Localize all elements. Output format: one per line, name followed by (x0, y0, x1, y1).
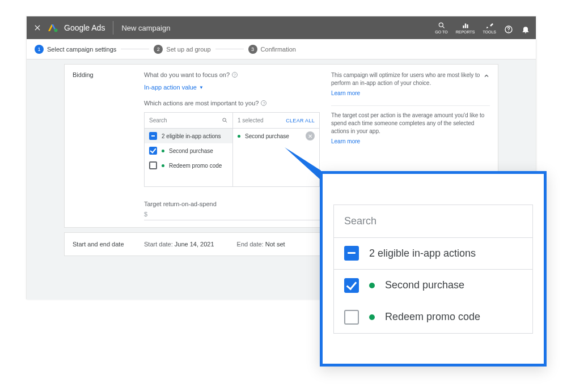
dates-section-title: Start and end date (73, 241, 133, 248)
info-target-cpa: The target cost per action is the averag… (331, 112, 490, 135)
zoom-row-redeem-promo[interactable]: Redeem promo code (334, 301, 532, 333)
svg-point-4 (54, 29, 58, 32)
collapse-icon[interactable] (483, 71, 490, 82)
top-bar: Google Ads New campaign GO TO REPORTS TO… (27, 16, 536, 39)
svg-rect-9 (467, 24, 468, 28)
selected-count: 1 selected (238, 117, 264, 123)
selected-action-row: Second purchase ✕ (233, 129, 319, 143)
checkbox-indeterminate[interactable] (149, 132, 157, 140)
info-optimize: This campaign will optimize for users wh… (331, 71, 490, 87)
status-dot-icon (369, 283, 375, 288)
help-icon[interactable] (504, 25, 513, 34)
step-separator (121, 49, 149, 49)
end-date: End date: Not set (237, 241, 285, 248)
divider (331, 105, 490, 106)
svg-rect-8 (464, 24, 466, 28)
start-date: Start date: June 14, 2021 (144, 241, 214, 248)
focus-question: What do you want to focus on? (144, 71, 230, 78)
svg-line-6 (442, 26, 444, 28)
step-campaign-settings[interactable]: 1Select campaign settings (35, 45, 116, 54)
search-icon (222, 117, 228, 123)
brand-title: Google Ads (64, 23, 105, 32)
search-tool[interactable]: GO TO (435, 22, 447, 34)
svg-point-11 (508, 31, 509, 32)
actions-picker: Search 1 selected CLEAR ALL (144, 112, 320, 187)
goto-label: GO TO (435, 30, 447, 34)
reports-label: REPORTS (456, 30, 475, 34)
zoom-row-second-purchase[interactable]: Second purchase (334, 270, 532, 301)
step-separator (215, 49, 244, 49)
checkbox-checked[interactable] (149, 147, 157, 155)
picker-search-header[interactable]: Search (145, 113, 233, 128)
zoom-eligible-header[interactable]: 2 eligible in-app actions (334, 238, 532, 270)
step-ad-group[interactable]: 2Set up ad group (154, 45, 210, 54)
checkbox-unchecked[interactable] (149, 161, 157, 169)
learn-more-link[interactable]: Learn more (331, 138, 360, 144)
google-ads-logo-icon (48, 23, 58, 33)
checkbox-checked[interactable] (344, 278, 359, 293)
page-subtitle: New campaign (121, 24, 170, 32)
target-roas-label: Target return-on-ad-spend (144, 201, 320, 207)
svg-point-5 (439, 23, 443, 27)
eligible-actions-header[interactable]: 2 eligible in-app actions (145, 129, 232, 143)
help-icon[interactable]: ? (232, 72, 238, 78)
help-icon[interactable]: ? (261, 100, 266, 106)
learn-more-link[interactable]: Learn more (331, 90, 360, 96)
action-row-redeem-promo[interactable]: Redeem promo code (145, 158, 232, 173)
zoom-search-header[interactable]: Search (334, 205, 532, 238)
clear-all-button[interactable]: CLEAR ALL (286, 118, 315, 123)
action-row-second-purchase[interactable]: Second purchase (145, 143, 232, 158)
tools-tool[interactable]: TOOLS (483, 22, 496, 34)
svg-rect-7 (463, 25, 464, 28)
reports-tool[interactable]: REPORTS (456, 22, 475, 34)
status-dot-icon (238, 135, 240, 138)
top-right-tools: GO TO REPORTS TOOLS (435, 22, 530, 34)
checkbox-unchecked[interactable] (344, 310, 359, 325)
bidding-section-title: Bidding (73, 71, 133, 220)
divider (113, 21, 113, 35)
zoom-picker: Search 2 eligible in-app actions Second … (333, 204, 533, 334)
checkbox-indeterminate[interactable] (344, 246, 359, 261)
status-dot-icon (369, 314, 375, 320)
tools-label: TOOLS (483, 30, 496, 34)
svg-point-12 (223, 118, 226, 122)
remove-selected-icon[interactable]: ✕ (306, 131, 315, 140)
target-roas-input[interactable]: $ (144, 207, 320, 220)
svg-line-13 (226, 121, 227, 123)
close-icon[interactable] (32, 23, 43, 33)
actions-question: Which actions are most important to you? (144, 100, 259, 106)
notifications-icon[interactable] (521, 25, 530, 34)
step-confirmation[interactable]: 3Confirmation (248, 45, 296, 54)
focus-dropdown[interactable]: In-app action value▼ (144, 84, 320, 91)
status-dot-icon (162, 164, 164, 167)
zoom-callout: Search 2 eligible in-app actions Second … (320, 171, 547, 367)
status-dot-icon (162, 150, 164, 152)
campaign-stepper: 1Select campaign settings 2Set up ad gro… (27, 39, 536, 59)
